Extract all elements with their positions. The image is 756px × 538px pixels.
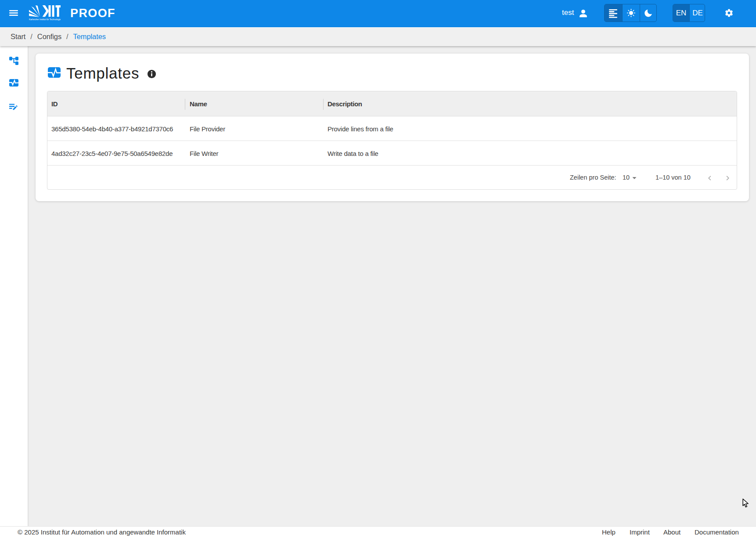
svg-text:Karlsruher Institut für Techno: Karlsruher Institut für Technologie <box>29 18 61 21</box>
